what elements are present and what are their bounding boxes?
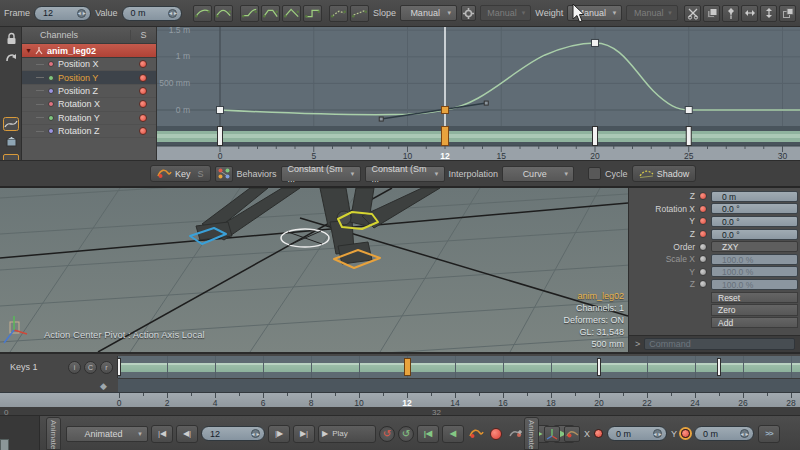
- go-to-end-button[interactable]: ▶|: [293, 425, 315, 443]
- cycle-checkbox[interactable]: [588, 167, 601, 180]
- channel-state-dot[interactable]: [699, 255, 707, 263]
- key-options-icon[interactable]: [507, 428, 525, 439]
- timeline-key[interactable]: [717, 358, 721, 376]
- channel-row-rotation-y[interactable]: Rotation Y: [22, 112, 156, 125]
- timeline-frame-ruler[interactable]: 0246810121416182022242628: [0, 392, 800, 407]
- add-button[interactable]: Add: [711, 317, 798, 329]
- axis-tool-icon[interactable]: [544, 426, 560, 442]
- slope-auto-points-button[interactable]: [329, 5, 348, 22]
- pin-button[interactable]: [722, 5, 739, 22]
- behaviors-icon-button[interactable]: [215, 166, 233, 182]
- channel-state-dot[interactable]: [699, 192, 707, 200]
- curve-flat-in-button[interactable]: [240, 5, 259, 22]
- channel-row-position-z[interactable]: Position Z: [22, 85, 156, 98]
- prev-key-small-button[interactable]: ◀: [442, 425, 464, 443]
- lock-icon[interactable]: [2, 30, 20, 47]
- x-channel-state-dot[interactable]: [594, 429, 603, 438]
- property-value[interactable]: 0.0 °: [711, 203, 798, 214]
- curve-ease-out-button[interactable]: [193, 5, 212, 22]
- frame-spinner[interactable]: ◄►: [77, 9, 86, 18]
- more-options-button[interactable]: >>: [758, 425, 780, 443]
- frame-input[interactable]: 12 ◄►: [34, 6, 91, 21]
- timeline-key[interactable]: [118, 358, 121, 376]
- mini-track-key[interactable]: [686, 127, 691, 146]
- property-value[interactable]: 0 m: [711, 191, 798, 202]
- animate-tab-left[interactable]: Animate: [46, 417, 61, 450]
- channel-row-rotation-z[interactable]: Rotation Z: [22, 125, 156, 138]
- step-back-button[interactable]: ◀|: [176, 425, 198, 443]
- timeline-sub-track[interactable]: ◆: [118, 378, 800, 392]
- property-value[interactable]: 0.0 °: [711, 216, 798, 227]
- stretch-vertical-button[interactable]: [760, 5, 777, 22]
- record-button[interactable]: [488, 428, 504, 440]
- current-frame-spinner[interactable]: ◄►: [251, 429, 260, 438]
- channel-state-dot[interactable]: [699, 205, 707, 213]
- prev-key-button[interactable]: |◀: [417, 425, 439, 443]
- collapse-triangle-icon[interactable]: ▼: [25, 47, 32, 54]
- channel-state-dot[interactable]: [139, 60, 147, 68]
- track-button-i[interactable]: i: [68, 361, 81, 374]
- property-value[interactable]: ZXY: [711, 241, 798, 252]
- shadow-button[interactable]: Shadow: [632, 165, 697, 182]
- copy-button[interactable]: [703, 5, 720, 22]
- interpolation-dropdown[interactable]: Curve▼: [502, 166, 574, 182]
- key-tool-icon[interactable]: [564, 426, 580, 442]
- channel-state-dot[interactable]: [699, 217, 707, 225]
- redo-arrow-icon[interactable]: [2, 48, 20, 65]
- current-frame-input[interactable]: 12 ◄►: [201, 426, 265, 441]
- command-input[interactable]: Command: [644, 338, 795, 350]
- post-behavior-dropdown[interactable]: Constant (Sm ...▼: [365, 166, 445, 182]
- timeline-key[interactable]: [597, 358, 601, 376]
- reset-button[interactable]: Reset: [711, 292, 798, 304]
- animate-tab-right[interactable]: Animate: [524, 417, 539, 450]
- x-coordinate-input[interactable]: 0 m ◄►: [607, 426, 667, 441]
- scissors-button[interactable]: [684, 5, 701, 22]
- curve-view-icon[interactable]: [2, 115, 20, 132]
- mini-track-key[interactable]: [442, 127, 449, 146]
- channel-state-dot[interactable]: [699, 243, 707, 251]
- channel-row-rotation-x[interactable]: Rotation X: [22, 98, 156, 111]
- keyframe[interactable]: [685, 107, 692, 114]
- channel-state-dot[interactable]: [139, 74, 147, 82]
- go-to-start-button[interactable]: |◀: [151, 425, 173, 443]
- track-button-r[interactable]: r: [100, 361, 113, 374]
- channel-state-dot[interactable]: [139, 100, 147, 108]
- mini-track-key[interactable]: [593, 127, 598, 146]
- channel-row-position-x[interactable]: Position X: [22, 58, 156, 71]
- key-button[interactable]: Key S: [150, 165, 211, 182]
- graph-editor-curve-view[interactable]: 1.5 m1 m500 mm0 m05101520253012: [157, 27, 800, 160]
- timeline-selected-key[interactable]: [404, 358, 411, 376]
- stretch-horizontal-button[interactable]: [741, 5, 758, 22]
- curve-step-button[interactable]: [303, 5, 322, 22]
- slope-dropdown[interactable]: Manual▼: [400, 5, 457, 21]
- selected-keyframe[interactable]: [442, 107, 449, 114]
- pre-behavior-dropdown[interactable]: Constant (Sm ...▼: [281, 166, 361, 182]
- slope-options-button[interactable]: [461, 5, 476, 21]
- value-input[interactable]: 0 m ◄►: [122, 6, 183, 21]
- channel-state-dot[interactable]: [699, 230, 707, 238]
- track-button-C[interactable]: C: [84, 361, 97, 374]
- curve-spike-button[interactable]: [282, 5, 301, 22]
- y-channel-state-dot[interactable]: [681, 429, 690, 438]
- channel-state-dot[interactable]: [139, 127, 147, 135]
- auto-key-icon[interactable]: ↺: [379, 426, 395, 442]
- y-coordinate-input[interactable]: 0 m ◄►: [694, 426, 754, 441]
- keyframe[interactable]: [592, 39, 599, 46]
- channel-row-position-y[interactable]: Position Y: [22, 71, 156, 84]
- slope-manual-points-button[interactable]: [350, 5, 369, 22]
- property-value[interactable]: 0.0 °: [711, 229, 798, 240]
- channel-group-anim-leg02[interactable]: ▼ anim_leg02: [22, 44, 156, 58]
- zero-button[interactable]: Zero: [711, 304, 798, 316]
- corner-widget[interactable]: [0, 439, 9, 450]
- channel-state-dot[interactable]: [139, 87, 147, 95]
- channel-state-dot[interactable]: [699, 280, 707, 288]
- value-spinner[interactable]: ◄►: [168, 9, 177, 18]
- package-icon[interactable]: [2, 133, 20, 150]
- time-snap-icon[interactable]: ↺: [398, 426, 414, 442]
- curve-peak-button[interactable]: [261, 5, 280, 22]
- animation-mode-dropdown[interactable]: Animated▼: [66, 426, 148, 442]
- play-button[interactable]: ▶ Play: [318, 425, 376, 443]
- keyframe[interactable]: [217, 107, 224, 114]
- channel-state-dot[interactable]: [139, 114, 147, 122]
- key-create-icon[interactable]: [467, 428, 485, 439]
